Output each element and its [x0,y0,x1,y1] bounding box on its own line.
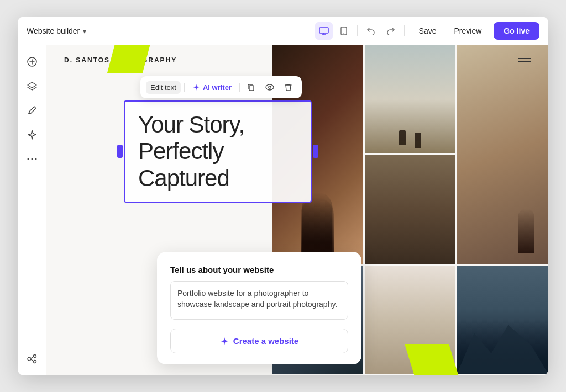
toolbar-separator [184,83,185,92]
svg-point-8 [33,355,36,358]
delete-button[interactable] [281,80,296,95]
mobile-view-button[interactable] [335,22,353,40]
sidebar [18,45,46,375]
svg-rect-0 [319,28,328,33]
create-website-button[interactable]: Create a website [170,329,348,353]
create-website-label: Create a website [233,336,298,346]
divider [357,25,358,36]
svg-marker-10 [457,325,548,374]
svg-point-14 [269,86,271,88]
ai-writer-label: AI writer [203,83,232,92]
ai-card-title: Tell us about your website [170,265,348,274]
toolbar-separator-2 [239,83,240,92]
canvas-area: D. SANTOS PHOTOGRAPHY [46,45,548,375]
desktop-view-button[interactable] [315,22,333,40]
photo-3 [457,45,548,264]
svg-point-7 [28,357,31,361]
heading-text: Your Story, Perfectly Captured [138,112,297,192]
hamburger-icon[interactable] [518,58,531,62]
main-content: D. SANTOS PHOTOGRAPHY [18,45,548,375]
builder-menu[interactable]: Website builder [27,27,86,35]
svg-point-6 [35,158,36,160]
brush-icon[interactable] [22,100,42,120]
svg-point-2 [343,33,344,34]
edit-text-button[interactable]: Edit text [146,81,181,94]
edit-text-label: Edit text [150,83,176,92]
layers-icon[interactable] [22,76,42,96]
more-icon[interactable] [22,149,42,169]
preview-button[interactable]: Preview [449,23,488,39]
svg-point-9 [33,361,36,363]
save-button[interactable]: Save [413,23,442,39]
go-live-button[interactable]: Go live [494,22,539,40]
connection-icon[interactable] [22,349,42,369]
svg-point-4 [27,158,29,160]
add-icon[interactable] [22,52,42,72]
ai-card: Tell us about your website Create a webs… [157,252,361,364]
builder-label: Website builder [27,27,80,35]
sparkle-icon [220,337,229,346]
copy-button[interactable] [243,80,259,95]
divider-2 [404,25,405,36]
photo-7 [457,266,548,374]
visibility-button[interactable] [262,80,277,95]
svg-rect-12 [249,86,254,91]
redo-button[interactable] [382,22,400,40]
device-icons [315,22,407,40]
topbar: Website builder Save Preview Go live [18,17,548,45]
app-window: Website builder Save Preview Go live [18,17,548,375]
ai-sparkle-icon[interactable] [22,125,42,145]
text-toolbar: Edit text AI writer [140,76,302,98]
svg-point-5 [31,158,33,160]
ai-writer-button[interactable]: AI writer [188,81,236,94]
photo-4 [365,155,456,263]
svg-point-13 [266,84,274,90]
undo-button[interactable] [362,22,380,40]
selected-text-box[interactable]: Your Story, Perfectly Captured [124,100,312,203]
chevron-down-icon [83,27,86,35]
ai-card-textarea[interactable] [170,281,348,320]
